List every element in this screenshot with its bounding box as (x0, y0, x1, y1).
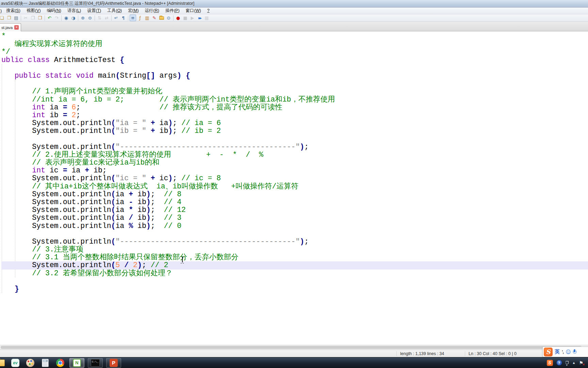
tab-arithmetictest-java[interactable]: st.java ✕ (0, 23, 21, 31)
code-line[interactable]: System.out.println("--------------------… (1, 238, 588, 246)
macro-play-icon[interactable]: ▶ (189, 15, 196, 21)
code-line[interactable]: System.out.println(ia / ib); // 3 (1, 214, 588, 222)
tray-show-hidden-icons-icon[interactable]: ▲ (572, 361, 576, 365)
code-line[interactable]: System.out.println(ia % ib); // 0 (1, 222, 588, 230)
menu-item-S[interactable]: 搜索(S) (3, 8, 23, 13)
ime-emoji-button[interactable]: ☺ (566, 349, 571, 355)
function-list-icon[interactable]: ƒ (137, 15, 143, 21)
code-line[interactable]: System.out.println(ia * ib); // 12 (1, 206, 588, 214)
taskbar-item-cmd[interactable]: C:\_ (88, 358, 103, 368)
code-line[interactable] (1, 64, 588, 72)
word-wrap-icon[interactable]: ↵ (113, 15, 119, 21)
code-line[interactable]: int ic = ia + ib; (1, 167, 588, 174)
code-line[interactable]: // 3.2 若希望保留小数部分该如何处理？ (1, 270, 588, 277)
menu-item-P[interactable]: 插件(P) (162, 8, 183, 13)
horizontal-scrollbar[interactable] (0, 345, 588, 350)
code-line[interactable]: // 3.1 当两个整数相除时结果只保留整数部分，丢弃小数部分 (1, 254, 588, 261)
menu-item-N[interactable]: 编码(N) (44, 8, 64, 13)
ime-microphone-icon[interactable] (573, 349, 576, 355)
menu-item-V[interactable]: 视图(V) (23, 8, 44, 13)
taskbar-item-chrome[interactable] (54, 358, 66, 368)
zoom-out-icon[interactable]: ⊖ (87, 15, 93, 21)
code-line[interactable]: // 2.使用上述变量实现算术运算符的使用 + - * / % (1, 151, 588, 159)
code-line[interactable] (1, 135, 588, 143)
replace-icon[interactable]: ◑ (70, 15, 77, 21)
code-line[interactable]: } (1, 285, 588, 293)
code-line[interactable]: System.out.println("ib = " + ib); // ib … (1, 127, 588, 135)
menu-item-W[interactable]: 窗口(W) (183, 8, 204, 13)
code-line[interactable]: System.out.println("--------------------… (1, 143, 588, 151)
tab-close-icon[interactable]: ✕ (14, 25, 19, 30)
tray-window-switch-icon[interactable]: ❐▾ (566, 361, 569, 365)
ime-language-toggle[interactable]: 英 (555, 349, 560, 355)
code-line[interactable]: System.out.println("ic = " + ic); // ic … (1, 174, 588, 182)
macro-run-multiple-icon[interactable]: ▸▸ (196, 15, 203, 21)
menu-item-T[interactable]: 设置(T) (84, 8, 104, 13)
monitoring-icon[interactable]: ⊙ (165, 15, 172, 21)
toolbar-separator (111, 15, 112, 21)
menu-item-O[interactable]: 工具(O) (104, 8, 125, 13)
code-line[interactable]: 编程实现算术运算符的使用 (1, 40, 588, 48)
taskbar-item-ev-capture[interactable]: ev (10, 358, 21, 368)
code-line[interactable]: // 表示声明变量ic来记录ia与ib的和 (1, 159, 588, 167)
text-cursor-ibeam (180, 256, 184, 263)
macro-record-icon[interactable]: ● (175, 15, 181, 21)
menu-item-L[interactable]: 语言(L) (64, 8, 84, 13)
sync-scroll-h-icon[interactable]: ⇄ (103, 15, 110, 21)
code-line[interactable] (1, 230, 588, 238)
taskbar-item-calculator[interactable]: 0 (39, 358, 51, 368)
ime-punctuation-toggle[interactable]: ’, (562, 349, 564, 354)
show-all-chars-icon[interactable]: ¶ (120, 15, 127, 21)
code-line[interactable]: int ib = 2; (1, 111, 588, 119)
code-line[interactable]: int ia = 6; // 推荐该方式，提高了代码的可读性 (1, 104, 588, 111)
code-line[interactable]: public static void main(String[] args) { (1, 72, 588, 80)
taskbar-item-powerpoint[interactable]: P (106, 358, 121, 368)
folder-workspace-icon[interactable] (158, 15, 165, 21)
code-line[interactable] (1, 277, 588, 285)
tray-action-center-flag-icon[interactable]: ⚑✕ (579, 360, 583, 366)
code-line[interactable]: System.out.println("ia = " + ia); // ia … (1, 119, 588, 127)
redo-icon[interactable]: ↷ (53, 15, 60, 21)
status-length-lines: length : 1,139 lines : 34 (397, 351, 465, 356)
toolbar-separator (128, 15, 128, 21)
sync-scroll-v-icon[interactable]: ⇅ (96, 15, 103, 21)
code-line[interactable]: // 3.注意事项 (1, 246, 588, 254)
close-all-docs-icon[interactable]: ❐ (6, 15, 12, 21)
doc-map-icon[interactable]: ▥ (144, 15, 150, 21)
code-line[interactable]: System.out.println(ia + ib); // 8 (1, 190, 588, 198)
code-line[interactable]: * (1, 32, 588, 40)
taskbar-item-notepad-plus-plus[interactable]: N (69, 358, 84, 368)
taskbar-item-paint[interactable] (24, 358, 36, 368)
undo-icon[interactable]: ↶ (46, 15, 53, 21)
scrollbar-thumb[interactable] (1, 346, 582, 349)
copy-icon[interactable]: ❐ (30, 15, 36, 21)
code-line[interactable]: */ (1, 48, 588, 56)
code-line[interactable]: // 其中ia+ib这个整体叫做表达式 ia、ib叫做操作数 +叫做操作符/运算… (1, 183, 588, 190)
menu-item-help[interactable]: ? (204, 8, 213, 13)
tray-help-icon[interactable]: ? (556, 360, 562, 366)
code-line[interactable]: ublic class ArithmeticTest { (1, 56, 588, 64)
taskbar-item-explorer[interactable] (0, 358, 6, 368)
zoom-in-icon[interactable]: ⊕ (80, 15, 86, 21)
find-icon[interactable]: ◉ (63, 15, 69, 21)
doc-switcher-icon[interactable]: ✎ (151, 15, 158, 21)
code-line[interactable]: //int ia = 6, ib = 2; // 表示声明两个int类型的变量i… (1, 96, 588, 104)
menu-item-M[interactable]: 宏(M) (125, 8, 142, 13)
print-icon[interactable]: ▤ (13, 15, 19, 21)
close-doc-icon[interactable]: ❏ (0, 15, 5, 21)
code-line-current[interactable]: System.out.println(5 / 2); // 2 (1, 261, 588, 269)
menu-item-R[interactable]: 运行(R) (142, 8, 162, 13)
code-line[interactable]: System.out.println(ia - ib); // 4 (1, 198, 588, 206)
code-line[interactable]: // 1.声明两个int类型的变量并初始化 (1, 88, 588, 95)
code-editor[interactable]: * 编程实现算术运算符的使用*/ublic class ArithmeticTe… (0, 31, 588, 345)
indent-guide-icon[interactable]: ≡ (130, 15, 136, 21)
toolbar-separator (61, 15, 62, 21)
sogou-logo-icon[interactable]: S (544, 348, 553, 356)
menu-item-clipped[interactable]: ) (0, 9, 3, 13)
code-line[interactable] (1, 80, 588, 88)
cut-icon[interactable]: ✂ (22, 15, 29, 21)
tray-sogou-icon[interactable]: S (547, 360, 553, 366)
paste-icon[interactable]: ❒ (37, 15, 43, 21)
macro-stop-icon[interactable]: ■ (182, 15, 189, 21)
macro-save-icon[interactable]: ▦ (203, 15, 210, 21)
